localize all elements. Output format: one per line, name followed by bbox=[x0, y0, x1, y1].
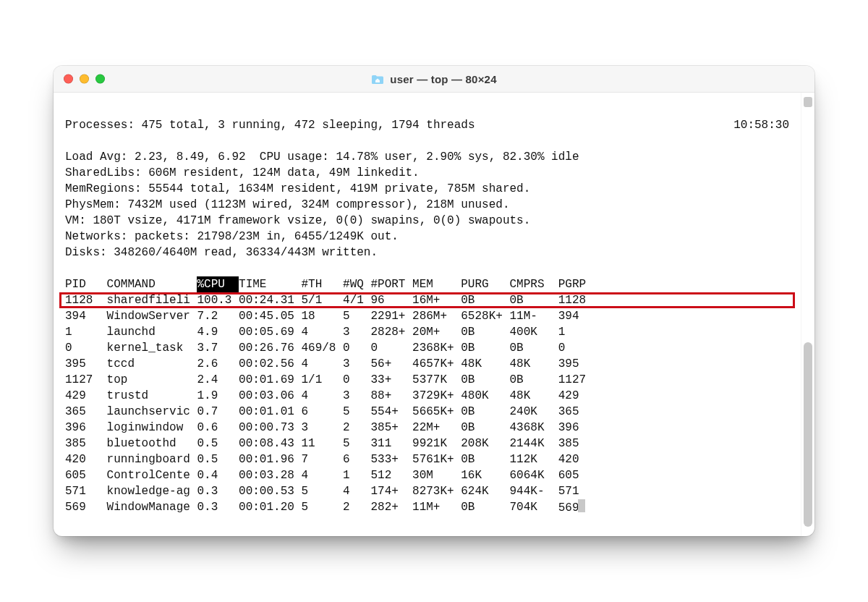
cell-pgrp: 605 bbox=[558, 467, 593, 483]
cell-purg: 0B bbox=[461, 292, 509, 308]
cell-time: 00:01.69 bbox=[239, 372, 301, 388]
header-disks: Disks: 348260/4640M read, 36334/443M wri… bbox=[65, 246, 378, 259]
header-networks: Networks: packets: 21798/23M in, 6455/12… bbox=[65, 230, 399, 243]
traffic-lights bbox=[64, 75, 105, 84]
cell-cmd: knowledge-ag bbox=[107, 483, 197, 499]
col-port: #PORT bbox=[370, 276, 412, 292]
cell-pgrp: 1 bbox=[558, 324, 593, 340]
cell-mem: 16M+ bbox=[412, 292, 461, 308]
cell-pid: 385 bbox=[65, 436, 107, 452]
cell-wq: 6 bbox=[343, 452, 370, 467]
cell-cmd: ControlCente bbox=[107, 467, 197, 483]
cell-cmd: top bbox=[107, 372, 197, 388]
cell-cmprs: 704K bbox=[509, 499, 558, 516]
cell-mem: 286M+ bbox=[412, 308, 461, 324]
cell-wq: 1 bbox=[343, 467, 370, 483]
cell-pgrp: 396 bbox=[558, 420, 593, 436]
cell-cmprs: 400K bbox=[509, 324, 558, 340]
cell-cmd: launchd bbox=[107, 324, 197, 340]
cell-cpu: 0.4 bbox=[197, 467, 239, 483]
table-row: 569WindowManage0.300:01.2052282+11M+0B70… bbox=[65, 499, 789, 516]
header-processes: Processes: 475 total, 3 running, 472 sle… bbox=[65, 117, 733, 133]
cell-pgrp: 569 bbox=[558, 499, 593, 516]
terminal-output[interactable]: Processes: 475 total, 3 running, 472 sle… bbox=[54, 93, 801, 536]
col-th: #TH bbox=[301, 276, 343, 292]
titlebar[interactable]: user — top — 80×24 bbox=[54, 66, 814, 93]
cell-time: 00:03.28 bbox=[239, 467, 301, 483]
table-row: 1127top2.400:01.691/1033+5377K0B0B1127 bbox=[65, 372, 789, 388]
close-button[interactable] bbox=[64, 75, 73, 84]
col-mem: MEM bbox=[412, 276, 461, 292]
cell-pid: 571 bbox=[65, 483, 107, 499]
cell-cpu: 0.3 bbox=[197, 499, 239, 516]
cell-wq: 5 bbox=[343, 308, 370, 324]
cell-wq: 3 bbox=[343, 324, 370, 340]
cell-wq: 3 bbox=[343, 356, 370, 372]
cell-pgrp: 1128 bbox=[558, 292, 593, 308]
cell-mem: 3729K+ bbox=[412, 388, 461, 404]
cell-purg: 0B bbox=[461, 420, 509, 436]
cell-mem: 20M+ bbox=[412, 324, 461, 340]
cell-purg: 0B bbox=[461, 372, 509, 388]
minimize-button[interactable] bbox=[80, 75, 89, 84]
cell-cmd: loginwindow bbox=[107, 420, 197, 436]
zoom-button[interactable] bbox=[95, 75, 105, 84]
table-row: 385bluetoothd0.500:08.431153119921K208K2… bbox=[65, 436, 789, 452]
header-physmem: PhysMem: 7432M used (1123M wired, 324M c… bbox=[65, 198, 510, 211]
table-row: 394WindowServer7.200:45.051852291+286M+6… bbox=[65, 308, 789, 324]
window-title: user — top — 80×24 bbox=[371, 73, 496, 85]
cell-th: 5 bbox=[301, 499, 343, 516]
cell-pgrp: 1127 bbox=[558, 372, 593, 388]
table-row: 429trustd1.900:03.064388+3729K+480K48K42… bbox=[65, 388, 789, 404]
col-pgrp: PGRP bbox=[558, 276, 593, 292]
cell-cpu: 3.7 bbox=[197, 340, 239, 356]
cell-cmprs: 0B bbox=[509, 292, 558, 308]
col-purg: PURG bbox=[461, 276, 509, 292]
cell-port: 385+ bbox=[370, 420, 412, 436]
cell-pid: 569 bbox=[65, 499, 107, 516]
cell-cmprs: 0B bbox=[509, 372, 558, 388]
cell-cmprs: 112K bbox=[509, 452, 558, 467]
cell-cmd: runningboard bbox=[107, 452, 197, 467]
cell-wq: 0 bbox=[343, 340, 370, 356]
cell-th: 6 bbox=[301, 404, 343, 420]
cell-pgrp: 0 bbox=[558, 340, 593, 356]
cell-port: 512 bbox=[370, 467, 412, 483]
col-cmprs: CMPRS bbox=[509, 276, 558, 292]
header-vm: VM: 180T vsize, 4171M framework vsize, 0… bbox=[65, 214, 530, 227]
terminal-window: user — top — 80×24 Processes: 475 total,… bbox=[54, 66, 814, 536]
cell-cpu: 2.4 bbox=[197, 372, 239, 388]
cell-pid: 1 bbox=[65, 324, 107, 340]
cell-port: 56+ bbox=[370, 356, 412, 372]
cell-port: 88+ bbox=[370, 388, 412, 404]
cell-pgrp: 394 bbox=[558, 308, 593, 324]
cell-time: 00:01.01 bbox=[239, 404, 301, 420]
cell-wq: 5 bbox=[343, 436, 370, 452]
cell-mem: 30M bbox=[412, 467, 461, 483]
cell-cpu: 0.5 bbox=[197, 452, 239, 467]
cell-time: 00:03.06 bbox=[239, 388, 301, 404]
cell-pid: 1127 bbox=[65, 372, 107, 388]
cell-time: 00:01.20 bbox=[239, 499, 301, 516]
table-row: 420runningboard0.500:01.9676533+5761K+0B… bbox=[65, 452, 789, 467]
cell-mem: 22M+ bbox=[412, 420, 461, 436]
folder-home-icon bbox=[371, 74, 384, 85]
cell-wq: 5 bbox=[343, 404, 370, 420]
cell-purg: 0B bbox=[461, 404, 509, 420]
cell-pgrp: 365 bbox=[558, 404, 593, 420]
cell-mem: 5761K+ bbox=[412, 452, 461, 467]
cell-cmd: bluetoothd bbox=[107, 436, 197, 452]
scrollbar[interactable] bbox=[801, 93, 814, 536]
terminal-cursor bbox=[578, 499, 585, 512]
cell-cmd: launchservic bbox=[107, 404, 197, 420]
cell-cpu: 1.9 bbox=[197, 388, 239, 404]
cell-wq: 4 bbox=[343, 483, 370, 499]
col-command: COMMAND bbox=[107, 276, 197, 292]
scrollbar-thumb[interactable] bbox=[804, 342, 812, 527]
cell-purg: 0B bbox=[461, 452, 509, 467]
cell-mem: 5665K+ bbox=[412, 404, 461, 420]
cell-purg: 624K bbox=[461, 483, 509, 499]
cell-port: 2291+ bbox=[370, 308, 412, 324]
cell-pid: 394 bbox=[65, 308, 107, 324]
cell-cmd: sharedfileli bbox=[107, 292, 197, 308]
